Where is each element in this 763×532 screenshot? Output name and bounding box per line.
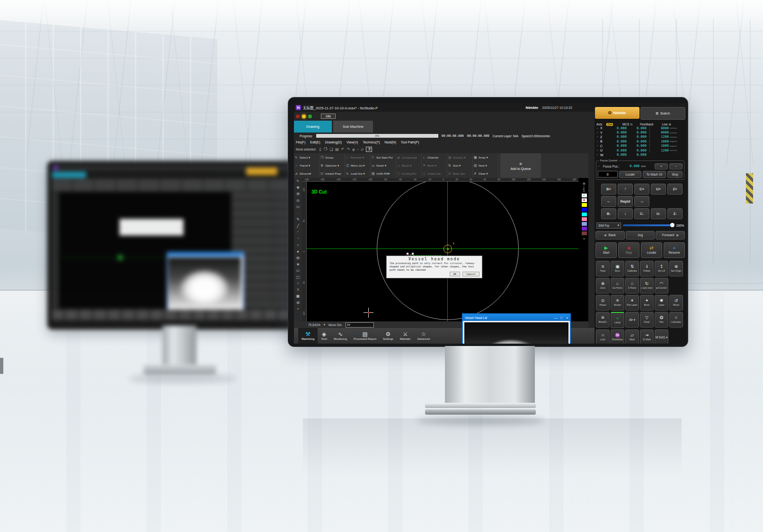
tab-advanced[interactable]: ☆Advanced [414,328,433,344]
compensate-button[interactable]: ◉Compensat [396,153,421,161]
menu-view[interactable]: View(V) [346,141,358,144]
set-start-point-button[interactable]: ⚐Set Start Poi [371,153,396,161]
drawing-tool-icon[interactable]: ↖ [296,178,300,185]
add-to-queue-button[interactable]: ≡ Add to Queue [500,153,541,178]
jog-z-plus-button[interactable]: Z+ [667,184,683,195]
blow-on-button[interactable]: ≋BlowOn [596,312,610,328]
vessel-3d-viewport[interactable] [464,322,568,344]
drawing-tool-icon[interactable]: ● [297,248,299,255]
head-centering-button[interactable]: ◠ad Centeri [655,278,668,293]
menu-file[interactable]: File(F) [296,141,305,144]
maximize-icon[interactable]: □ [559,316,564,319]
tab-processed-report[interactable]: ▤Processed Report [350,328,380,344]
drawing-tool-icon[interactable]: ⊞ [296,300,300,306]
burst-button[interactable]: ✦Burst [640,295,654,310]
layer-color-swatch[interactable] [582,203,587,207]
layer-visible-checkbox[interactable]: ✔ [582,194,587,197]
drawing-tool-icon[interactable]: ○ [297,242,299,248]
drawing-tool-icon[interactable]: T [297,287,299,293]
import-icon[interactable]: ❐ [324,147,327,151]
drawing-tool-icon[interactable]: ★ [296,261,300,268]
common-button[interactable]: ▩Commo ▾ [447,153,472,161]
drawing-tool-icon[interactable]: + [297,306,299,312]
jog-y-plus-button[interactable]: ↑ [618,184,633,195]
array-button[interactable]: ▦Array ▾ [473,153,498,161]
open-icon[interactable]: ❏ [329,147,333,151]
new-file-icon[interactable]: ▯ [319,147,321,151]
follow-button[interactable]: ⇓Follow [640,261,654,276]
sim-frp-select[interactable]: SIM Frp ▾ [596,222,621,229]
base-set-button[interactable]: ⊞Base Set [447,169,472,177]
minimize-icon[interactable]: — [553,316,559,319]
to-mark-button[interactable]: ⇥To Mark [640,329,654,344]
slider-thumb[interactable] [670,223,674,227]
filter-icon[interactable]: φ [352,147,355,151]
pos-laser-button[interactable]: ✶Pos Laser [625,295,639,310]
cooling-point-button[interactable]: ▢Cooling Po [396,169,421,177]
layer-color-swatch[interactable] [582,227,587,231]
focus-plus-button[interactable]: + [655,163,668,169]
menu-drawing[interactable]: Drawing(D) [325,141,342,144]
tab-batch[interactable]: ≣Batch [640,107,686,120]
locate-focus-button[interactable]: Locate [619,171,641,178]
menu-nest[interactable]: Nest(N) [385,141,396,144]
tab-nimble[interactable]: ✪Nimble [595,107,639,119]
jog-y-minus-button[interactable]: ↓ [618,208,633,219]
calibrate-button[interactable]: ⇅Calibrate [625,261,639,276]
menu-technics[interactable]: Technics(T) [363,141,380,144]
move-dis-caret-icon[interactable]: ▾ [324,323,325,327]
locate-button[interactable]: ⇄Locate [641,242,662,258]
handle[interactable] [407,253,408,255]
jog-mode-button[interactable]: Jog [626,231,655,239]
jog-u-minus-button[interactable]: U- [651,208,666,219]
crop-icon[interactable]: ▫ [357,147,358,151]
drawing-tool-icon[interactable]: ◍ [296,255,300,261]
layer-hidden-checkbox[interactable]: ✖ [582,198,587,202]
mark-button[interactable]: ▱Mark [625,329,639,344]
focus-minus-button[interactable]: − [669,163,683,169]
air-select-button[interactable]: Air ▾ [625,312,639,328]
stop-button[interactable]: ■Stop [618,242,639,258]
cancel-button[interactable]: Cancel [462,272,479,276]
tab-sub-machine[interactable]: Sub Machine [333,121,373,133]
active-tool-icon[interactable]: ℛ [366,147,372,152]
forward-button[interactable]: Forward» [656,231,685,239]
dimension-button[interactable]: ⊿Dimens▾ [294,169,319,177]
bevel-button[interactable]: ◿Bevel ▾ [396,161,421,169]
tab-settings[interactable]: ⚙Settings [380,328,397,344]
set-origin-button[interactable]: ⊕Set Origin [669,261,683,276]
instant-prep-button[interactable]: ☑Instant Prep [319,169,345,177]
jog-u-plus-button[interactable]: U+ [651,184,666,195]
undo-icon[interactable]: ↶ [341,147,345,151]
fan-button[interactable]: ❂Fan [655,312,668,328]
z-home-button[interactable]: ⌂Z Home [625,278,639,293]
jog-c-plus-button[interactable]: C+ [634,184,649,195]
feedrate-slider[interactable] [623,224,674,226]
menu-edit[interactable]: Edit(E) [310,141,320,144]
tab-tech[interactable]: ◈Tech [318,328,330,344]
clear-button[interactable]: ✗Clear ▾ [473,169,498,177]
jog-z-minus-button[interactable]: Z- [667,208,683,219]
vessel-window-titlebar[interactable]: Vessel Head Lid — □ × [463,314,570,321]
shutter-button[interactable]: ✳Shutter [611,295,624,310]
reverse-button[interactable]: ▷Reverse ▾ [345,153,370,161]
drawing-tool-icon[interactable]: ▢ [296,274,300,281]
tab-drawing[interactable]: Drawing [294,121,332,133]
menu-toolpath[interactable]: Tool Path(P) [401,141,419,144]
tab-monitoring[interactable]: ∿Monitoring [330,328,350,344]
drawing-tool-icon[interactable]: ▣ [296,293,300,300]
lubricate-button[interactable]: ○Lubricate [669,312,683,328]
instant-set-button[interactable]: ◎Instant Se [422,169,447,177]
layer-color-swatch[interactable] [582,213,587,216]
jog-b-minus-button[interactable]: B- [601,208,616,219]
start-button[interactable]: ▶Start [595,242,617,258]
save-icon[interactable]: ▤ [335,147,339,151]
notch-button[interactable]: ▭Notch ▾ [371,161,396,169]
drawing-tool-icon[interactable]: ▭ [296,267,300,274]
chamfer-button[interactable]: ∟Chamfer [422,153,447,161]
layer-color-swatch[interactable] [582,217,587,221]
resume-button[interactable]: »Resume [664,242,685,258]
move-dis-input[interactable]: 10 [346,322,374,328]
layer-strip-expander[interactable]: » [583,237,585,240]
jog-b-plus-button[interactable]: B+ [601,184,616,195]
